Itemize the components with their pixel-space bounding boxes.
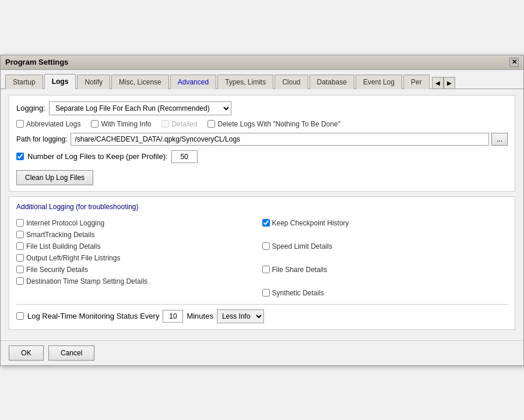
file-share-label: File Share Details bbox=[272, 266, 328, 274]
additional-title: Additional Logging (for troubleshooting) bbox=[16, 203, 508, 211]
tab-prev-arrow[interactable]: ◀ bbox=[432, 77, 444, 89]
tabs-container: Startup Logs Notify Misc, License Advanc… bbox=[1, 70, 523, 89]
synthetic-item: Synthetic Details bbox=[262, 289, 508, 297]
detailed-checkbox[interactable] bbox=[161, 120, 169, 128]
ok-button[interactable]: OK bbox=[9, 345, 44, 361]
tab-next-arrow[interactable]: ▶ bbox=[444, 77, 455, 89]
tab-cloud[interactable]: Cloud bbox=[275, 75, 308, 89]
path-input[interactable] bbox=[71, 133, 489, 146]
abbreviated-logs-item: Abbreviated Logs bbox=[16, 120, 80, 128]
file-list-label: File List Building Details bbox=[26, 242, 100, 250]
tab-database[interactable]: Database bbox=[310, 75, 354, 89]
tab-logs[interactable]: Logs bbox=[44, 74, 76, 89]
tab-types[interactable]: Types, Limits bbox=[217, 75, 273, 89]
timing-info-item: With Timing Info bbox=[91, 120, 151, 128]
file-list-item: File List Building Details bbox=[16, 242, 262, 250]
detailed-label: Detailed bbox=[171, 120, 197, 128]
keep-checkpoint-label: Keep Checkpoint History bbox=[272, 219, 349, 227]
detailed-item: Detailed bbox=[161, 120, 197, 128]
timing-info-checkbox[interactable] bbox=[91, 120, 99, 128]
speed-limit-item: Speed Limit Details bbox=[262, 242, 508, 250]
smarttracking-checkbox[interactable] bbox=[16, 231, 24, 238]
dialog-title: Program Settings bbox=[5, 58, 68, 66]
file-security-label: File Security Details bbox=[26, 266, 88, 274]
tab-nav-arrows: ◀ ▶ bbox=[432, 76, 455, 89]
path-row: Path for logging: ... bbox=[16, 133, 508, 146]
left-column: Internet Protocol Logging SmartTracking … bbox=[16, 217, 262, 299]
file-list-checkbox[interactable] bbox=[16, 242, 24, 250]
destination-time-checkbox[interactable] bbox=[16, 277, 24, 285]
abbreviated-logs-label: Abbreviated Logs bbox=[26, 120, 80, 128]
file-security-checkbox[interactable] bbox=[16, 266, 24, 273]
synthetic-checkbox[interactable] bbox=[262, 289, 270, 297]
num-files-checkbox[interactable] bbox=[16, 153, 24, 160]
logging-row: Logging: Separate Log File For Each Run … bbox=[16, 101, 508, 115]
cancel-button[interactable]: Cancel bbox=[48, 345, 94, 361]
logging-label: Logging: bbox=[16, 104, 45, 112]
speed-limit-label: Speed Limit Details bbox=[272, 242, 332, 250]
file-security-item: File Security Details bbox=[16, 266, 262, 274]
keep-checkpoint-checkbox[interactable] bbox=[262, 219, 270, 227]
num-files-row: Number of Log Files to Keep (per Profile… bbox=[16, 150, 508, 163]
speed-limit-checkbox[interactable] bbox=[262, 242, 270, 250]
monitoring-value-input[interactable] bbox=[163, 310, 183, 323]
program-settings-dialog: Program Settings ✕ Startup Logs Notify M… bbox=[0, 55, 524, 366]
internet-protocol-item: Internet Protocol Logging bbox=[16, 219, 262, 227]
delete-logs-item: Delete Logs With "Nothing To Be Done" bbox=[208, 120, 340, 128]
close-button[interactable]: ✕ bbox=[509, 58, 519, 67]
additional-grid: Internet Protocol Logging SmartTracking … bbox=[16, 217, 508, 299]
footer: OK Cancel bbox=[1, 340, 523, 365]
logging-section: Logging: Separate Log File For Each Run … bbox=[9, 95, 515, 192]
output-leftright-checkbox[interactable] bbox=[16, 254, 24, 262]
tab-misc[interactable]: Misc, License bbox=[111, 75, 169, 89]
monitoring-checkbox[interactable] bbox=[16, 312, 24, 320]
timing-info-label: With Timing Info bbox=[101, 120, 151, 128]
output-leftright-item: Output Left/Right File Listrings bbox=[16, 254, 262, 262]
tab-startup[interactable]: Startup bbox=[5, 75, 43, 89]
tab-eventlog[interactable]: Event Log bbox=[356, 75, 402, 89]
monitoring-label: Log Real-Time Monitoring Status Every bbox=[27, 312, 159, 320]
file-share-checkbox[interactable] bbox=[262, 266, 270, 273]
monitoring-unit: Minutes bbox=[187, 312, 213, 320]
cleanup-button[interactable]: Clean Up Log Files bbox=[16, 170, 93, 185]
delete-logs-label: Delete Logs With "Nothing To Be Done" bbox=[217, 120, 340, 128]
browse-button[interactable]: ... bbox=[491, 133, 508, 146]
num-files-label: Number of Log Files to Keep (per Profile… bbox=[27, 152, 168, 161]
abbreviated-logs-checkbox[interactable] bbox=[16, 120, 24, 128]
keep-checkpoint-item: Keep Checkpoint History bbox=[262, 219, 508, 227]
tab-notify[interactable]: Notify bbox=[77, 75, 110, 89]
right-column: Keep Checkpoint History Speed Limit Deta… bbox=[262, 217, 508, 299]
destination-time-item: Destination Time Stamp Setting Details bbox=[16, 277, 262, 285]
num-files-input[interactable] bbox=[171, 150, 198, 163]
destination-time-label: Destination Time Stamp Setting Details bbox=[26, 277, 147, 285]
path-label: Path for logging: bbox=[16, 135, 67, 143]
delete-logs-checkbox[interactable] bbox=[208, 120, 215, 128]
content-area: Logging: Separate Log File For Each Run … bbox=[1, 89, 523, 340]
tab-per[interactable]: Per bbox=[403, 75, 430, 89]
logging-options-row: Abbreviated Logs With Timing Info Detail… bbox=[16, 120, 508, 128]
logging-dropdown[interactable]: Separate Log File For Each Run (Recommen… bbox=[49, 101, 231, 115]
monitoring-detail-select[interactable]: Less Info More Info bbox=[217, 309, 264, 323]
title-bar: Program Settings ✕ bbox=[1, 55, 523, 70]
internet-protocol-label: Internet Protocol Logging bbox=[26, 219, 104, 227]
smarttracking-label: SmartTracking Details bbox=[26, 231, 95, 239]
file-share-item: File Share Details bbox=[262, 266, 508, 274]
tab-advanced[interactable]: Advanced bbox=[170, 75, 216, 89]
smarttracking-item: SmartTracking Details bbox=[16, 231, 262, 239]
internet-protocol-checkbox[interactable] bbox=[16, 219, 24, 227]
additional-logging-section: Additional Logging (for troubleshooting)… bbox=[9, 196, 515, 330]
divider bbox=[16, 304, 508, 305]
monitoring-row: Log Real-Time Monitoring Status Every Mi… bbox=[16, 309, 508, 323]
synthetic-label: Synthetic Details bbox=[272, 289, 324, 297]
output-leftright-label: Output Left/Right File Listrings bbox=[26, 254, 120, 262]
